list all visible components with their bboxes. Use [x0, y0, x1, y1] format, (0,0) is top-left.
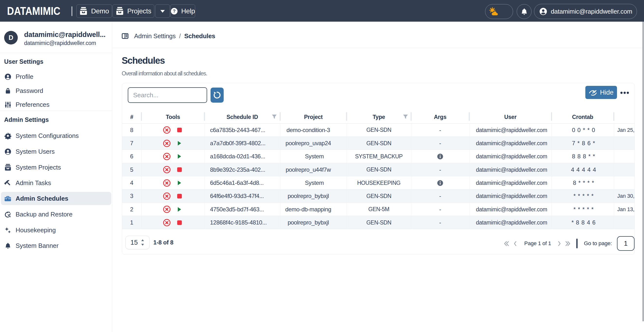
svg-text:DATAMIMIC: DATAMIMIC — [7, 5, 60, 17]
svg-text:?: ? — [173, 8, 176, 14]
